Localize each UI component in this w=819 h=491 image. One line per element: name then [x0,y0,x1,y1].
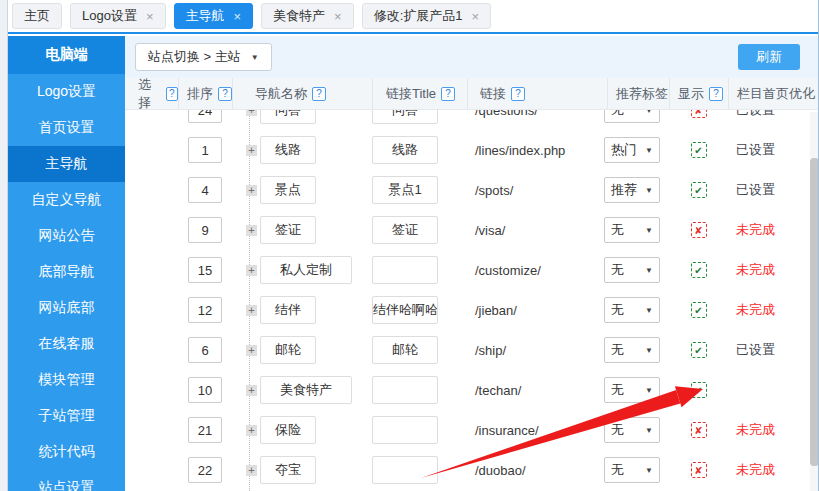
show-checkbox[interactable]: ✘ [691,462,707,478]
caret-down-icon: ▼ [645,346,653,355]
link-title-input[interactable] [372,216,438,244]
nav-name-input[interactable] [260,136,316,164]
tag-dropdown[interactable]: 无 ▼ [604,417,660,443]
sort-input[interactable] [188,217,222,243]
link-title-input[interactable] [372,110,438,124]
sort-input[interactable] [188,377,222,403]
show-checkbox[interactable]: ✘ [691,422,707,438]
tag-dropdown[interactable]: 无 ▼ [604,377,660,403]
sort-input[interactable] [188,457,222,483]
help-icon[interactable]: ? [218,87,232,101]
sort-input[interactable] [188,417,222,443]
tab-close-icon[interactable]: × [234,10,242,23]
link-title-input[interactable] [372,176,438,204]
link-title-input[interactable] [372,136,438,164]
help-icon[interactable]: ? [709,87,723,101]
link-title-input[interactable] [372,336,438,364]
drag-handle-icon[interactable]: + [246,225,257,236]
show-checkbox[interactable]: ✔ [691,382,707,398]
sidebar-item-在线客服[interactable]: 在线客服 [8,326,125,362]
sidebar-item-统计代码[interactable]: 统计代码 [8,434,125,470]
link-title-input[interactable] [372,376,438,404]
link-url: /spots/ [475,183,513,198]
link-title-input[interactable] [372,416,438,444]
tab-close-icon[interactable]: × [334,10,342,23]
cell-status: 未完成 [728,301,819,319]
sidebar-item-电脑端[interactable]: 电脑端 [8,36,125,74]
tag-dropdown[interactable]: 无 ▼ [604,217,660,243]
cell-show: ✘ [669,422,728,438]
drag-handle-icon[interactable]: + [246,185,257,196]
sidebar-item-自定义导航[interactable]: 自定义导航 [8,182,125,218]
help-icon[interactable]: ? [441,87,455,101]
drag-handle-icon[interactable]: + [246,345,257,356]
tab-close-icon[interactable]: × [472,10,480,23]
tag-dropdown[interactable]: 热门 ▼ [604,137,660,163]
sidebar-item-Logo设置[interactable]: Logo设置 [8,74,125,110]
drag-handle-icon[interactable]: + [246,305,257,316]
help-icon[interactable]: ? [511,87,525,101]
site-switch-dropdown[interactable]: 站点切换 > 主站 ▼ [135,43,272,71]
drag-handle-icon[interactable]: + [246,425,257,436]
drag-handle-icon[interactable]: + [246,110,257,116]
show-checkbox[interactable]: ✔ [691,262,707,278]
show-checkbox[interactable]: ✔ [691,182,707,198]
link-title-input[interactable] [372,256,438,284]
tab[interactable]: 修改:扩展产品1 × [362,3,491,29]
show-checkbox[interactable]: ✔ [691,342,707,358]
show-checkbox[interactable]: ✔ [691,302,707,318]
sort-input[interactable] [188,137,222,163]
nav-name-input[interactable] [260,456,316,484]
tab[interactable]: Logo设置 × [70,3,166,29]
tab[interactable]: 主导航 × [174,3,254,29]
sort-input[interactable] [188,257,222,283]
sidebar-item-首页设置[interactable]: 首页设置 [8,110,125,146]
tab[interactable]: 主页 × [12,3,62,29]
sidebar-item-网站底部[interactable]: 网站底部 [8,290,125,326]
tag-dropdown[interactable]: 无 ▼ [604,110,660,123]
nav-name-input[interactable] [260,416,316,444]
tag-dropdown[interactable]: 无 ▼ [604,297,660,323]
drag-handle-icon[interactable]: + [246,265,257,276]
sidebar-item-子站管理[interactable]: 子站管理 [8,398,125,434]
help-icon[interactable]: ? [166,87,178,101]
sidebar-item-主导航[interactable]: 主导航 [8,146,125,182]
nav-name-input[interactable] [260,216,316,244]
sort-input[interactable] [188,177,222,203]
show-checkbox[interactable]: ✘ [691,222,707,238]
tag-dropdown[interactable]: 推荐 ▼ [604,177,660,203]
nav-name-input[interactable] [260,296,316,324]
show-checkbox[interactable]: ✔ [691,142,707,158]
link-url: /visa/ [475,223,505,238]
link-url: /techan/ [475,383,521,398]
cell-show: ✘ [669,222,728,238]
link-title-input[interactable] [372,296,438,324]
nav-name-input[interactable] [260,176,316,204]
sidebar-item-底部导航[interactable]: 底部导航 [8,254,125,290]
link-title-input[interactable] [372,456,438,484]
refresh-button[interactable]: 刷新 [738,44,800,70]
nav-name-input[interactable] [260,336,316,364]
sidebar-item-站点设置[interactable]: 站点设置 [8,470,125,491]
drag-handle-icon[interactable]: + [246,385,257,396]
nav-name-input[interactable] [260,256,352,284]
cell-sort [178,177,232,203]
cell-status: 未完成 [728,421,819,439]
drag-handle-icon[interactable]: + [246,145,257,156]
tag-dropdown[interactable]: 无 ▼ [604,337,660,363]
nav-name-input[interactable] [260,376,352,404]
nav-name-input[interactable] [260,110,316,124]
tab[interactable]: 美食特产 × [261,3,354,29]
drag-handle-icon[interactable]: + [246,465,257,476]
show-checkbox[interactable]: ✘ [691,110,707,118]
tag-dropdown[interactable]: 无 ▼ [604,257,660,283]
tab-close-icon[interactable]: × [146,10,154,23]
sort-input[interactable] [188,297,222,323]
column-header-label: 链接 [480,85,506,103]
sort-input[interactable] [188,110,222,123]
sidebar-item-网站公告[interactable]: 网站公告 [8,218,125,254]
sidebar-item-模块管理[interactable]: 模块管理 [8,362,125,398]
help-icon[interactable]: ? [312,87,326,101]
tag-dropdown[interactable]: 无 ▼ [604,457,660,483]
sort-input[interactable] [188,337,222,363]
